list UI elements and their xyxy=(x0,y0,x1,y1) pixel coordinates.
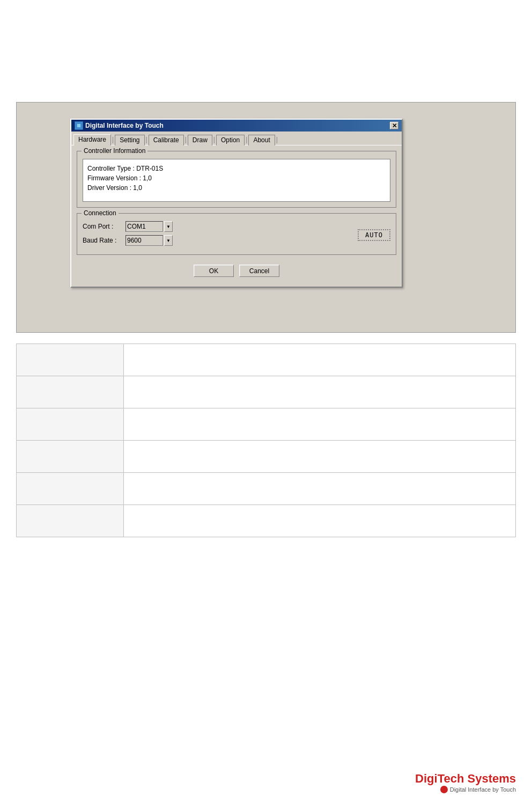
com-port-row: Com Port : COM1 ▼ xyxy=(83,221,347,232)
table-area xyxy=(16,343,516,537)
dialog-buttons: OK Cancel xyxy=(77,260,396,281)
logo-area: DigiTech Systems Digital Interface by To… xyxy=(415,772,516,793)
table-cell-right xyxy=(124,505,516,537)
logo-digi: Digi xyxy=(415,772,438,785)
table-row xyxy=(17,376,516,408)
table-row xyxy=(17,473,516,505)
dialog-area: Digital Interface by Touch ✕ Hardware | … xyxy=(16,102,516,333)
table-row xyxy=(17,505,516,537)
tab-sep-4: | xyxy=(213,136,215,145)
tab-option[interactable]: Option xyxy=(216,135,245,145)
table-cell-left xyxy=(17,408,124,441)
controller-info-group: Controller Information Controller Type :… xyxy=(77,151,396,208)
table-row xyxy=(17,441,516,473)
baud-rate-arrow[interactable]: ▼ xyxy=(164,235,173,246)
dialog-title: Digital Interface by Touch xyxy=(85,122,164,129)
table-cell-right xyxy=(124,344,516,376)
controller-info-box: Controller Type : DTR-01S Firmware Versi… xyxy=(83,159,390,202)
logo-icon xyxy=(440,786,448,793)
connection-fields: Com Port : COM1 ▼ Baud Rate : 9600 ▼ xyxy=(83,221,347,249)
table-cell-left xyxy=(17,505,124,537)
title-bar: Digital Interface by Touch ✕ xyxy=(71,120,402,131)
com-port-value[interactable]: COM1 xyxy=(125,221,163,232)
dialog-content: Controller Information Controller Type :… xyxy=(71,145,402,287)
logo-tech: Tech xyxy=(438,772,464,785)
ok-button[interactable]: OK xyxy=(194,265,234,277)
logo-sub: Digital Interface by Touch xyxy=(440,786,516,793)
com-port-arrow[interactable]: ▼ xyxy=(164,221,173,232)
app-icon xyxy=(75,121,83,130)
close-button[interactable]: ✕ xyxy=(390,122,398,129)
firmware-version: Firmware Version : 1,0 xyxy=(87,173,386,183)
info-table xyxy=(16,343,516,537)
tab-sep-5: | xyxy=(246,136,247,145)
table-row xyxy=(17,344,516,376)
tab-sep-6: | xyxy=(276,136,278,145)
com-port-label: Com Port : xyxy=(83,223,125,230)
com-port-input: COM1 ▼ xyxy=(125,221,173,232)
baud-rate-label: Baud Rate : xyxy=(83,237,125,244)
tab-setting[interactable]: Setting xyxy=(115,135,144,145)
logo-main: DigiTech Systems xyxy=(415,772,516,786)
connection-inner: Com Port : COM1 ▼ Baud Rate : 9600 ▼ xyxy=(83,221,390,249)
controller-type: Controller Type : DTR-01S xyxy=(87,164,386,173)
controller-info-legend: Controller Information xyxy=(82,147,147,155)
cancel-button[interactable]: Cancel xyxy=(239,265,279,277)
tab-about[interactable]: About xyxy=(248,135,275,145)
tab-hardware[interactable]: Hardware xyxy=(73,134,111,145)
connection-group: Connection Com Port : COM1 ▼ Baud Rate : xyxy=(77,213,396,255)
tab-draw[interactable]: Draw xyxy=(188,135,212,145)
tab-calibrate[interactable]: Calibrate xyxy=(149,135,184,145)
win-dialog: Digital Interface by Touch ✕ Hardware | … xyxy=(70,119,403,288)
title-bar-left: Digital Interface by Touch xyxy=(75,121,164,130)
table-cell-right xyxy=(124,441,516,473)
auto-area: AUTO xyxy=(347,229,390,241)
auto-button[interactable]: AUTO xyxy=(358,229,390,241)
tab-sep-1: | xyxy=(112,136,114,145)
connection-legend: Connection xyxy=(82,209,119,217)
svg-rect-1 xyxy=(77,124,80,127)
table-row xyxy=(17,408,516,441)
logo-sub-text: Digital Interface by Touch xyxy=(450,786,516,793)
tab-bar: Hardware | Setting | Calibrate | Draw | … xyxy=(71,131,402,145)
baud-rate-input: 9600 ▼ xyxy=(125,235,173,246)
table-cell-left xyxy=(17,473,124,505)
driver-version: Driver Version : 1,0 xyxy=(87,183,386,193)
table-cell-right xyxy=(124,408,516,441)
tab-sep-3: | xyxy=(185,136,187,145)
table-cell-left xyxy=(17,376,124,408)
logo-systems: Systems xyxy=(467,772,516,785)
table-cell-right xyxy=(124,376,516,408)
baud-rate-value[interactable]: 9600 xyxy=(125,235,163,246)
tab-sep-2: | xyxy=(146,136,147,145)
baud-rate-row: Baud Rate : 9600 ▼ xyxy=(83,235,347,246)
table-cell-left xyxy=(17,344,124,376)
table-cell-right xyxy=(124,473,516,505)
table-cell-left xyxy=(17,441,124,473)
